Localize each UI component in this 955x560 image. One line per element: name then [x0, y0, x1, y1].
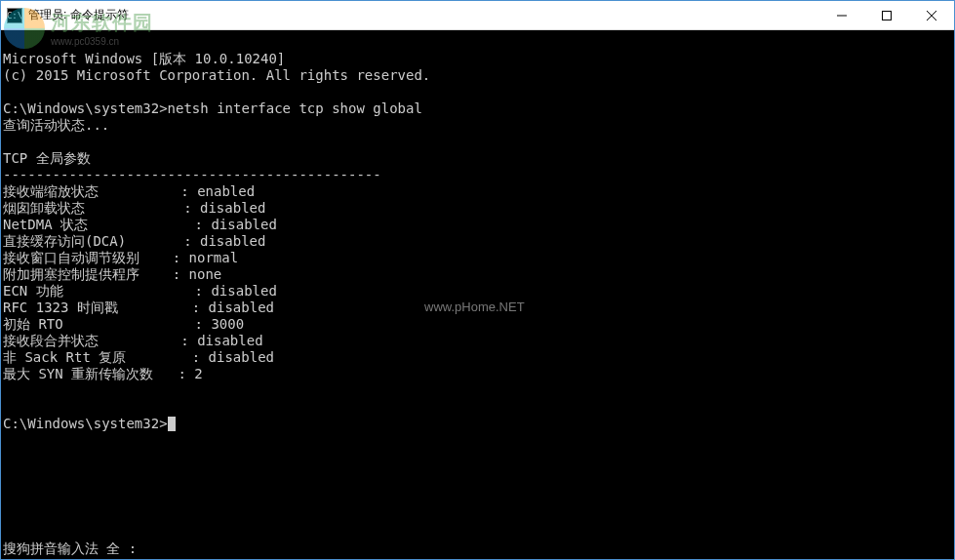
section-title: TCP 全局参数 [3, 150, 91, 166]
prompt: C:\Windows\system32> [3, 416, 168, 431]
divider: ----------------------------------------… [3, 167, 381, 182]
window-title: 管理员: 命令提示符 [28, 7, 129, 23]
cursor [168, 417, 176, 431]
watermark: www.pHome.NET [424, 299, 525, 315]
close-button[interactable] [909, 1, 954, 30]
cmd-icon: C:\ [7, 8, 22, 23]
banner-line: Microsoft Windows [版本 10.0.10240] [3, 51, 285, 66]
minimize-button[interactable] [819, 1, 864, 30]
window-controls [819, 1, 954, 30]
maximize-button[interactable] [864, 1, 909, 30]
svg-rect-1 [883, 12, 892, 20]
terminal-area[interactable]: Microsoft Windows [版本 10.0.10240] (c) 20… [1, 30, 954, 559]
banner-line: (c) 2015 Microsoft Corporation. All righ… [3, 67, 430, 83]
titlebar[interactable]: C:\ 管理员: 命令提示符 [1, 1, 954, 30]
ime-status: 搜狗拼音输入法 全 : [3, 540, 137, 557]
status-line: 查询活动状态... [3, 117, 109, 133]
params-block: 接收端缩放状态 : enabled 烟囱卸载状态 : disabled NetD… [3, 183, 277, 381]
command-text: netsh interface tcp show global [168, 100, 422, 116]
prompt: C:\Windows\system32> [3, 100, 168, 116]
command-prompt-window: C:\ 管理员: 命令提示符 Microsoft Windows [版本 10.… [0, 0, 955, 560]
